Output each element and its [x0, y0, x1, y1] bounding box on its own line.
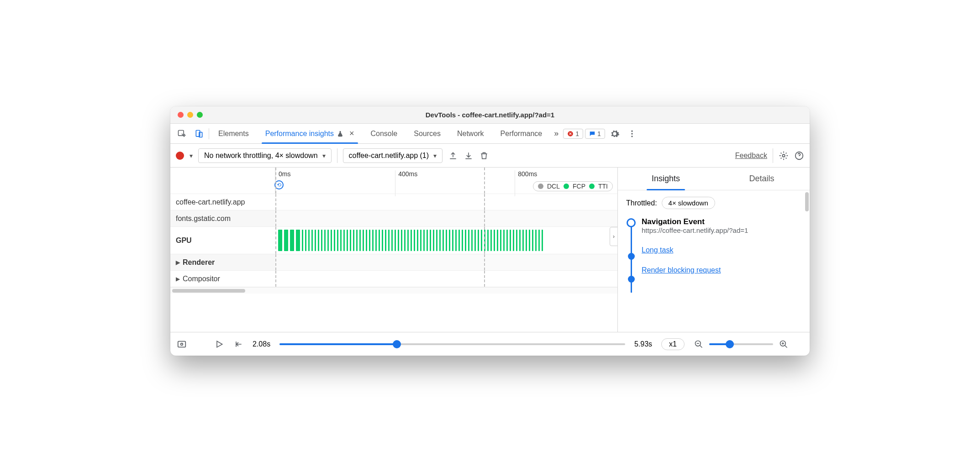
zoom-slider[interactable] [709, 343, 773, 345]
tick-1: 400ms [395, 170, 417, 196]
feedback-link[interactable]: Feedback [735, 152, 767, 160]
panel-settings-icon[interactable] [779, 151, 789, 161]
network-track-2[interactable]: fonts.gstatic.com [170, 210, 617, 227]
close-tab-icon[interactable]: × [347, 129, 354, 138]
svg-rect-9 [178, 341, 186, 347]
event-timeline: Navigation Event https://coffee-cart.net… [626, 217, 801, 274]
import-icon[interactable] [464, 151, 474, 161]
export-icon[interactable] [448, 151, 458, 161]
zoom-out-icon[interactable] [694, 339, 704, 349]
svg-point-6 [631, 136, 632, 137]
vertical-scrollbar[interactable] [805, 192, 809, 211]
playhead-start-time: 2.08s [253, 340, 270, 348]
insights-toolbar: No network throttling, 4× slowdown coffe… [170, 144, 810, 168]
event-navigation[interactable]: Navigation Event https://coffee-cart.net… [642, 217, 801, 234]
recording-select[interactable]: coffee-cart.netlify.app (1) [343, 148, 443, 163]
svg-point-7 [782, 154, 785, 157]
kebab-menu-icon[interactable] [624, 126, 640, 142]
renderer-track[interactable]: ▶Renderer [170, 254, 617, 271]
tti-dot [589, 184, 595, 189]
device-toolbar-icon[interactable] [191, 126, 207, 142]
svg-point-5 [631, 133, 632, 134]
record-button[interactable] [176, 152, 184, 160]
disclosure-triangle-icon[interactable]: ▶ [176, 259, 180, 266]
throttled-row: Throttled: 4× slowdown [626, 197, 801, 209]
chevron-down-icon [433, 152, 437, 160]
more-tabs-button[interactable]: » [551, 129, 561, 138]
gpu-track[interactable]: GPU [170, 227, 617, 254]
tab-sources[interactable]: Sources [406, 124, 448, 143]
insights-sidebar: Insights Details Throttled: 4× slowdown … [618, 168, 810, 332]
horizontal-scrollbar[interactable] [170, 287, 617, 294]
zoom-controls [694, 339, 803, 349]
tab-network[interactable]: Network [450, 124, 491, 143]
sidebar-expand-handle[interactable]: › [610, 227, 618, 246]
gpu-activity-bars [278, 230, 615, 251]
chevron-down-icon [322, 152, 326, 160]
record-menu-caret[interactable] [190, 152, 193, 160]
event-node-icon [628, 253, 635, 260]
time-ruler[interactable]: 0ms 400ms 800ms ⟲ DCL FCP TTI [170, 168, 617, 194]
dcl-dot [538, 184, 543, 189]
throttling-select[interactable]: No network throttling, 4× slowdown [198, 148, 332, 163]
compositor-track[interactable]: ▶Compositor [170, 271, 617, 287]
devtools-window: DevTools - coffee-cart.netlify.app/?ad=1… [170, 106, 810, 356]
panel-tabstrip: Elements Performance insights × Console … [170, 124, 810, 144]
flask-icon [337, 130, 344, 137]
tab-elements[interactable]: Elements [211, 124, 256, 143]
zoom-in-icon[interactable] [779, 339, 789, 349]
fcp-dot [564, 184, 569, 189]
help-icon[interactable] [794, 151, 804, 161]
tab-details[interactable]: Details [714, 168, 810, 190]
settings-icon[interactable] [607, 126, 622, 142]
tab-console[interactable]: Console [364, 124, 405, 143]
tab-insights[interactable]: Insights [618, 168, 714, 190]
event-long-task[interactable]: Long task [642, 246, 801, 254]
playhead-end-time: 5.93s [634, 340, 652, 348]
timeline-panel: 0ms 400ms 800ms ⟲ DCL FCP TTI coffee-car… [170, 168, 618, 332]
errors-badge[interactable]: 1 [563, 129, 583, 139]
separator [337, 148, 337, 163]
separator [773, 148, 773, 163]
separator [209, 128, 209, 139]
maximize-window-button[interactable] [197, 112, 203, 118]
main-area: 0ms 400ms 800ms ⟲ DCL FCP TTI coffee-car… [170, 168, 810, 332]
traffic-lights [170, 112, 203, 118]
messages-badge[interactable]: 1 [585, 129, 605, 139]
network-track-1[interactable]: coffee-cart.netlify.app [170, 194, 617, 210]
event-node-icon [627, 218, 636, 227]
minimize-window-button[interactable] [187, 112, 193, 118]
delete-icon[interactable] [479, 151, 489, 161]
metrics-legend[interactable]: DCL FCP TTI [533, 181, 613, 191]
playback-speed[interactable]: x1 [661, 338, 685, 350]
svg-point-4 [631, 130, 632, 131]
preview-toggle-icon[interactable] [177, 339, 187, 349]
sidebar-tabs: Insights Details [618, 168, 810, 190]
event-render-blocking[interactable]: Render blocking request [642, 266, 801, 274]
window-title: DevTools - coffee-cart.netlify.app/?ad=1 [170, 111, 810, 119]
playback-footer: 2.08s 5.93s x1 [170, 332, 810, 356]
playhead-slider[interactable] [279, 343, 625, 345]
window-titlebar: DevTools - coffee-cart.netlify.app/?ad=1 [170, 106, 810, 124]
tab-performance[interactable]: Performance [493, 124, 550, 143]
disclosure-triangle-icon[interactable]: ▶ [176, 276, 180, 282]
inspect-element-icon[interactable] [174, 126, 190, 142]
event-node-icon [628, 276, 635, 283]
throttle-chip[interactable]: 4× slowdown [662, 197, 715, 209]
play-icon[interactable] [214, 339, 224, 349]
tab-performance-insights[interactable]: Performance insights × [258, 124, 362, 143]
close-window-button[interactable] [178, 112, 184, 118]
svg-point-10 [181, 343, 183, 345]
skip-back-icon[interactable] [233, 339, 243, 349]
